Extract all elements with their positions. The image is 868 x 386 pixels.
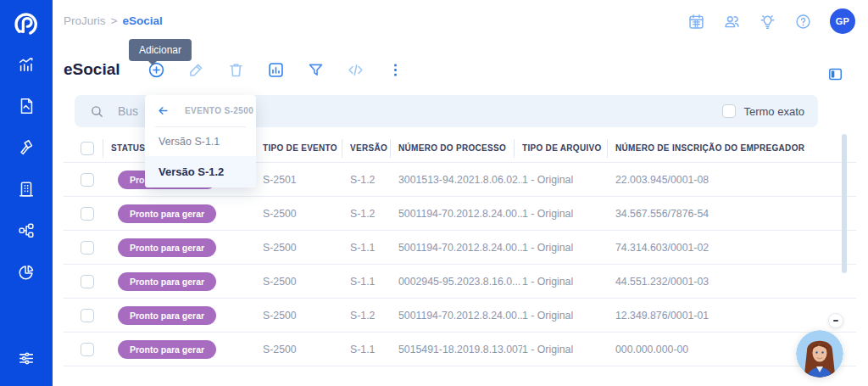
projuris-logo-icon[interactable] xyxy=(10,8,42,40)
gavel-icon[interactable] xyxy=(17,138,36,157)
version: S-1.1 xyxy=(350,344,398,355)
row-checkbox[interactable] xyxy=(81,343,94,356)
process-number: 5001194-70.2012.8.24.00... xyxy=(398,242,522,254)
row-checkbox[interactable] xyxy=(81,207,94,221)
table-row[interactable]: Pronto para gerar S-2500 S-1.1 5015491-1… xyxy=(64,333,856,366)
breadcrumb: ProJuris > eSocial xyxy=(64,14,163,27)
sliders-icon[interactable] xyxy=(17,349,36,367)
event-type: S-2500 xyxy=(263,208,350,220)
file-type: 1 - Original xyxy=(522,208,615,220)
table-row[interactable]: Pronto para gerar S-2500 S-1.2 5001194-7… xyxy=(64,197,856,231)
assistant-collapse-button[interactable] xyxy=(828,313,843,328)
col-version[interactable]: VERSÃO xyxy=(350,143,398,153)
employer-number: 44.551.232/0001-03 xyxy=(615,276,856,288)
assistant-avatar[interactable] xyxy=(796,330,843,378)
pie-chart-icon[interactable] xyxy=(17,263,36,282)
document-icon[interactable] xyxy=(17,97,36,115)
col-process-number[interactable]: NÚMERO DO PROCESSO xyxy=(398,143,522,153)
edit-icon[interactable] xyxy=(187,61,205,79)
event-type: S-2500 xyxy=(263,310,350,322)
version: S-1.1 xyxy=(350,276,398,288)
users-icon[interactable] xyxy=(723,13,741,31)
process-number: 0002945-95.2023.8.16.0... xyxy=(398,276,522,288)
calendar-icon[interactable] xyxy=(687,13,705,31)
event-type: S-2500 xyxy=(263,344,350,355)
exact-term-toggle[interactable]: Termo exato xyxy=(722,104,804,118)
more-options-icon[interactable] xyxy=(387,61,404,79)
file-type: 1 - Original xyxy=(522,174,615,186)
event-type: S-2501 xyxy=(263,174,350,186)
filter-icon[interactable] xyxy=(307,61,325,79)
toolbar: eSocial xyxy=(64,60,404,79)
select-all-cell xyxy=(64,142,111,155)
building-icon[interactable] xyxy=(17,180,36,199)
table-row[interactable]: Pronto para gerar S-2500 S-1.2 5001194-7… xyxy=(64,299,856,333)
vertical-scrollbar[interactable] xyxy=(842,134,847,273)
employer-number: 22.003.945/0001-08 xyxy=(615,174,856,186)
version: S-1.2 xyxy=(350,310,398,322)
chart-icon[interactable] xyxy=(267,61,285,79)
process-number: 3001513-94.2021.8.06.02.. xyxy=(398,174,522,186)
status-badge: Pronto para gerar xyxy=(118,238,216,257)
process-number: 5001194-70.2012.8.24.00... xyxy=(398,310,522,322)
employer-number: 12.349.876/0001-01 xyxy=(615,310,856,322)
page-title: eSocial xyxy=(64,60,120,79)
toolbar-actions xyxy=(147,61,404,79)
user-avatar[interactable]: GP xyxy=(830,8,855,34)
file-type: 1 - Original xyxy=(522,276,615,288)
sidebar xyxy=(0,0,53,386)
file-type: 1 - Original xyxy=(522,242,615,254)
version: S-1.1 xyxy=(350,242,398,254)
dropdown-header: EVENTO S-2500 xyxy=(145,95,256,125)
exact-term-label: Termo exato xyxy=(743,105,804,118)
file-type: 1 - Original xyxy=(522,310,615,322)
row-checkbox[interactable] xyxy=(81,241,94,255)
process-number: 5001194-70.2012.8.24.00... xyxy=(398,208,522,220)
select-all-checkbox[interactable] xyxy=(81,142,94,155)
employer-number: 34.567.556/7876-54 xyxy=(615,208,856,220)
esocial-page: ProJuris > eSocial xyxy=(0,0,868,386)
table-row[interactable]: Pronto para gerar S-2500 S-1.1 0002945-9… xyxy=(64,265,856,299)
analytics-icon[interactable] xyxy=(17,55,36,74)
dropdown-item-versao-s11[interactable]: Versão S-1.1 xyxy=(145,127,256,156)
help-icon[interactable] xyxy=(794,13,812,31)
header-utility-icons: GP xyxy=(687,8,855,34)
search-icon xyxy=(90,104,104,119)
lightbulb-icon[interactable] xyxy=(759,13,776,31)
col-event-type[interactable]: TIPO DE EVENTO xyxy=(263,143,350,153)
status-badge: Pronto para gerar xyxy=(118,204,216,223)
table-row[interactable]: Pronto para gerar S-2500 S-1.1 5001194-7… xyxy=(64,231,856,265)
back-arrow-icon[interactable] xyxy=(157,104,170,117)
tooltip-adicionar: Adicionar xyxy=(129,39,192,61)
file-type: 1 - Original xyxy=(522,344,615,355)
col-employer-number[interactable]: NÚMERO DE INSCRIÇÃO DO EMPREGADOR xyxy=(615,143,856,153)
version: S-1.2 xyxy=(350,208,398,220)
delete-icon[interactable] xyxy=(227,61,245,79)
row-checkbox[interactable] xyxy=(81,173,94,187)
dropdown-item-versao-s12[interactable]: Versão S-1.2 xyxy=(145,156,256,187)
status-badge: Pronto para gerar xyxy=(118,340,216,359)
col-file-type[interactable]: TIPO DE ARQUIVO xyxy=(522,143,615,153)
version: S-1.2 xyxy=(350,174,398,186)
version-dropdown: EVENTO S-2500 Versão S-1.1 Versão S-1.2 xyxy=(145,95,256,187)
breadcrumb-root[interactable]: ProJuris xyxy=(64,14,106,27)
sidebar-nav xyxy=(17,55,36,282)
status-badge: Pronto para gerar xyxy=(118,272,216,291)
event-type: S-2500 xyxy=(263,276,350,288)
event-type: S-2500 xyxy=(263,242,350,254)
process-number: 5015491-18.2019.8.13.0079 xyxy=(398,344,522,355)
network-icon[interactable] xyxy=(17,221,36,240)
dropdown-title: EVENTO S-2500 xyxy=(185,106,253,115)
sidebar-bottom xyxy=(17,349,36,367)
row-checkbox[interactable] xyxy=(81,275,94,288)
columns-view-icon[interactable] xyxy=(827,66,843,82)
status-badge: Pronto para gerar xyxy=(118,306,216,325)
code-icon[interactable] xyxy=(347,61,364,79)
employer-number: 74.314.603/0001-02 xyxy=(615,242,856,254)
row-checkbox[interactable] xyxy=(81,309,94,322)
exact-term-checkbox[interactable] xyxy=(722,104,736,118)
minimize-icon xyxy=(833,320,838,322)
breadcrumb-current[interactable]: eSocial xyxy=(122,14,162,27)
breadcrumb-separator: > xyxy=(111,14,118,27)
